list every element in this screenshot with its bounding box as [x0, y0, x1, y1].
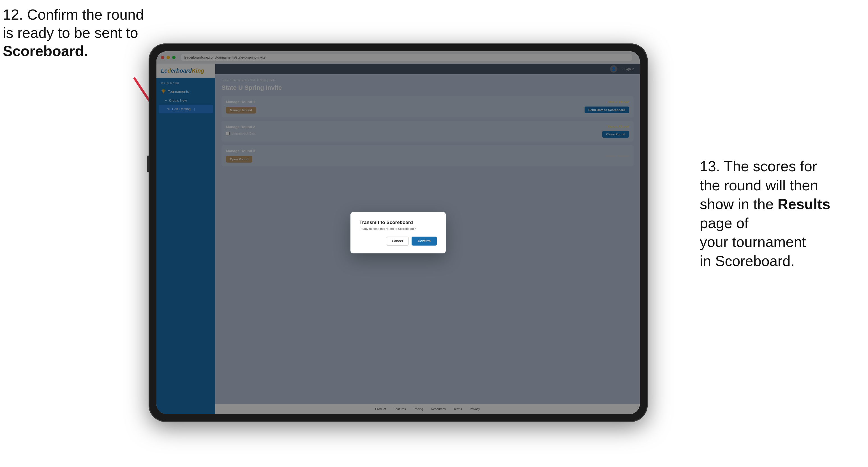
- annotation-step-12: 12. Confirm the round is ready to be sen…: [3, 6, 144, 60]
- modal-title: Transmit to Scoreboard: [360, 220, 437, 225]
- modal-subtitle: Ready to send this round to Scoreboard?: [360, 227, 437, 230]
- tablet-side-button: [147, 156, 149, 173]
- main-content: 👤 → Sign In Home / Tournaments / State U…: [215, 64, 640, 414]
- modal-cancel-button[interactable]: Cancel: [386, 237, 409, 246]
- app-layout: LederboardKing MAIN MENU 🏆 Tournaments +…: [156, 64, 640, 414]
- annotation-step-13: 13. The scores for the round will then s…: [700, 157, 862, 271]
- tablet-screen: leaderboardking.com/tournaments/state-u-…: [156, 51, 640, 414]
- modal-buttons: Cancel Confirm: [360, 237, 437, 246]
- modal-overlay: Transmit to Scoreboard Ready to send thi…: [215, 64, 640, 414]
- modal-confirm-button[interactable]: Confirm: [411, 237, 437, 246]
- transmit-modal: Transmit to Scoreboard Ready to send thi…: [350, 212, 446, 253]
- tablet-frame: leaderboardking.com/tournaments/state-u-…: [149, 43, 648, 422]
